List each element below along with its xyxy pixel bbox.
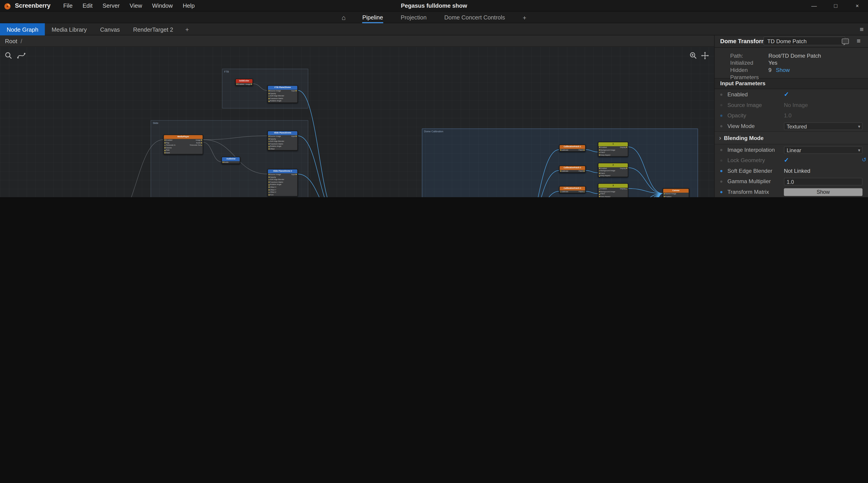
param-row-source-image: Source ImageNo Image	[715, 100, 868, 110]
param-connector-dot	[720, 114, 722, 117]
port-output[interactable]: Input	[268, 90, 297, 92]
menu-server[interactable]: Server	[103, 2, 120, 9]
graph-node-audioout[interactable]: AudioOutAudio	[221, 157, 240, 164]
port-input[interactable]: Transform Matrix	[268, 97, 297, 100]
port-input[interactable]: Audio	[222, 161, 240, 163]
port-input[interactable]: Patch	[598, 193, 628, 195]
port-input[interactable]: Patch	[598, 172, 628, 175]
param-select-view-mode[interactable]: Textured▾	[784, 122, 863, 130]
graph-node-canvas[interactable]: CanvasSource ImagePosition	[663, 188, 689, 197]
port-input[interactable]: Keep Aspect	[598, 154, 628, 156]
port-input[interactable]: Opacity	[268, 176, 297, 178]
port-output[interactable]: Input	[268, 135, 297, 138]
port-output[interactable]: Image	[164, 139, 203, 142]
port-input[interactable]: Background Image	[598, 149, 628, 151]
graph-node-2[interactable]: 2EnabledBackground ImagePatchKeep Aspect…	[598, 162, 628, 178]
port-output[interactable]: Patch	[560, 191, 585, 193]
graph-node-calibrationpatch-2[interactable]: CalibrationPatch 2calibratePatch	[559, 165, 586, 173]
view-tab-canvas[interactable]: Canvas	[93, 23, 126, 35]
curve-tool-icon[interactable]	[17, 52, 26, 60]
maximize-button[interactable]: □	[825, 3, 846, 9]
graph-node-1[interactable]: 1EnabledBackground ImagePatchKeep Aspect…	[598, 142, 628, 157]
port-output[interactable]: Patch	[560, 170, 585, 172]
port-input[interactable]: Rotation Angle	[268, 183, 297, 186]
checkbox-checked[interactable]: ✓	[784, 157, 789, 164]
port-input[interactable]: Rate	[164, 149, 203, 152]
panel-menu-icon[interactable]: ≡	[855, 37, 862, 45]
tab-menu-icon[interactable]: ≡	[860, 23, 864, 35]
reset-icon[interactable]: ↺	[862, 157, 866, 163]
port-input[interactable]: Offset Z	[268, 191, 297, 193]
graph-node-slide-plane2dome-2[interactable]: Slide Plane2Dome 2Source ImageOpacitySof…	[268, 169, 298, 197]
checkbox-checked[interactable]: ✓	[784, 91, 789, 98]
minimize-button[interactable]: —	[803, 3, 825, 9]
zoom-fit-icon[interactable]	[689, 52, 698, 60]
port-input[interactable]: Offset	[268, 148, 297, 150]
port-input[interactable]: Transform Matrix	[268, 181, 297, 183]
add-pipeline-tab-button[interactable]: +	[523, 14, 526, 21]
param-input-gamma-multiplier[interactable]: 1.0	[784, 178, 863, 185]
graph-node-calibrationpatch-3[interactable]: CalibrationPatch 3calibratePatch	[559, 186, 586, 193]
annotation-icon[interactable]	[841, 37, 849, 45]
view-tab-rendertarget-2[interactable]: RenderTarget 2	[126, 23, 180, 35]
inspector-node-tab[interactable]: TD Dome Patch	[763, 37, 845, 46]
menu-window[interactable]: Window	[152, 2, 173, 9]
group-blending-mode[interactable]: ›Blending Mode	[715, 131, 868, 145]
graph-node-calibrationpatch-1[interactable]: CalibrationPatch 1calibratePatch	[559, 145, 586, 152]
port-input[interactable]: Opacity	[268, 138, 297, 140]
breadcrumb-root[interactable]: Root	[5, 37, 17, 44]
tab-pipeline[interactable]: Pipeline	[362, 11, 383, 23]
param-control: ✓	[784, 89, 863, 100]
tab-projection[interactable]: Projection	[401, 11, 427, 23]
view-tab-media-library[interactable]: Media Library	[45, 23, 94, 35]
port-output[interactable]: Display	[598, 188, 628, 190]
port-input[interactable]: Offset Y	[268, 189, 297, 191]
port-output[interactable]: Input	[268, 173, 297, 176]
port-output[interactable]: Image	[236, 83, 252, 86]
port-output[interactable]: Audio	[164, 142, 203, 144]
search-icon[interactable]	[4, 52, 13, 60]
port-input[interactable]: Keep Aspect	[598, 175, 628, 177]
port-input[interactable]: Seek	[164, 152, 203, 154]
graph-node-mediaplayer[interactable]: MediaPlayerEnabledPlayTimecode InVolumeR…	[163, 134, 203, 154]
node-graph-canvas[interactable]: FTBSlideComment Area 3Comment Area 4Capt…	[0, 47, 714, 197]
port-input[interactable]: Patch	[598, 151, 628, 154]
port-output[interactable]: Patch	[560, 149, 585, 151]
graph-node-solidcolor[interactable]: SolidColorEnabledImage	[236, 79, 253, 86]
port-input[interactable]: Volume	[164, 147, 203, 149]
pan-icon[interactable]	[701, 52, 709, 60]
port-input[interactable]: Background Image	[598, 170, 628, 172]
port-output[interactable]: Timecode Out	[164, 144, 203, 147]
tab-dome-concert-controls[interactable]: Dome Concert Controls	[444, 11, 505, 23]
port-input[interactable]: Opacity	[268, 92, 297, 95]
port-output[interactable]: Display	[598, 167, 628, 169]
graph-node-slide-plane2dome[interactable]: Slide Plane2DomeSource ImageOpacitySoft …	[268, 131, 298, 151]
show-matrix-button[interactable]: Show	[784, 188, 863, 195]
port-input[interactable]: Rotation Angle	[268, 100, 297, 102]
menu-edit[interactable]: Edit	[83, 2, 92, 9]
port-input[interactable]: Transform Matrix	[268, 143, 297, 145]
graph-node-3[interactable]: 3EnabledBackground ImagePatchKeep Aspect…	[598, 183, 628, 197]
port-output[interactable]: Display	[598, 146, 628, 149]
view-tab-node-graph[interactable]: Node Graph	[0, 23, 45, 35]
app-logo-icon	[4, 2, 11, 9]
home-icon[interactable]: ⌂	[342, 13, 346, 21]
add-view-tab-button[interactable]: +	[180, 23, 194, 35]
menu-help[interactable]: Help	[183, 2, 195, 9]
port-input[interactable]: Keep Aspect	[598, 195, 628, 197]
close-button[interactable]: ×	[846, 3, 868, 9]
menu-file[interactable]: File	[63, 2, 72, 9]
port-input[interactable]: Position	[663, 195, 689, 197]
param-select-image-interpolation[interactable]: Linear▾	[784, 146, 863, 154]
port-input[interactable]: Soft Edge Blender	[268, 140, 297, 143]
port-input[interactable]: Soft Edge Blender	[268, 178, 297, 181]
port-input[interactable]: Soft Edge Blender	[268, 95, 297, 97]
port-input[interactable]: Background Image	[598, 190, 628, 193]
port-input[interactable]: Rotation Angle	[268, 145, 297, 148]
show-hidden-link[interactable]: Show	[776, 66, 790, 74]
port-input[interactable]: Source Image	[663, 193, 689, 195]
port-input[interactable]: Offset X	[268, 186, 297, 189]
graph-node-ftb-plane2dome[interactable]: FTB Plane2DomeSource ImageOpacitySoft Ed…	[268, 85, 298, 103]
port-input[interactable]: FOV	[268, 193, 297, 196]
menu-view[interactable]: View	[129, 2, 142, 9]
